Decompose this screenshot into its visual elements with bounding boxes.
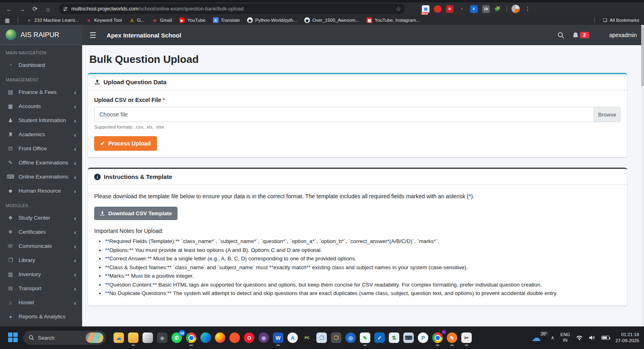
taskbar-app-postgresql[interactable]: P [418,332,428,343]
sidebar-item-communicate[interactable]: ☏Communicate‹ [0,239,82,253]
taskbar-app-pen-app[interactable]: ✎ [447,332,457,343]
sidebar-item-transport[interactable]: ⊟Transport‹ [0,281,82,295]
profile-avatar[interactable] [511,4,520,13]
browser-menu-icon[interactable]: ⋮ [522,4,533,14]
taskbar-app-chrome-dev[interactable] [432,332,443,343]
bookmark-translate[interactable]: ATranslate [213,17,240,23]
taskbar-app-onedrive-folder[interactable]: ☁ [114,332,124,343]
notifications-button[interactable]: 2 [572,32,589,39]
bookmark-over-1500-awesome-favicon: ◉ [304,17,310,23]
sidebar-item-front-office[interactable]: ⊡Front Office‹ [0,141,82,156]
search-icon[interactable] [557,32,564,39]
upload-note: **No Duplicate Questions:** The system w… [105,290,621,296]
upload-note: **Correct Answer:** Must be a single let… [105,256,621,262]
taskbar-app-firefox[interactable] [215,332,225,343]
sidebar-item-study-center[interactable]: ❖Study Center‹ [0,211,82,225]
taskbar-app-opera[interactable]: O [244,332,254,343]
taskbar-app-blue-disc-app[interactable]: ◎ [345,332,356,343]
sidebar-item-offline-examinations[interactable]: ✎Offline Examinations‹ [0,156,82,170]
language-indicator[interactable]: ENGIN [560,332,570,343]
taskbar-app-cube-viewer[interactable]: ❒ [316,332,327,343]
sidebar-item-student-information[interactable]: ♟Student Information‹ [0,113,82,127]
taskbar-app-app-store-a[interactable]: A [287,332,298,343]
file-field-label: Upload CSV or Excel File * [94,97,621,103]
taskbar-app-dark-hex-app[interactable]: ◆ [157,332,167,343]
sidebar-item-hostel[interactable]: ⌂Hostel‹ [0,295,82,310]
taskbar-app-pycharm[interactable]: PC [302,332,312,343]
page-scrollbar[interactable] [641,25,644,326]
weather-widget[interactable]: ☁ 26° [532,332,541,343]
taskbar-app-vscode[interactable]: ✓ [374,332,385,343]
all-bookmarks-button[interactable]: ❏ All Bookmarks [603,17,639,23]
start-button[interactable] [8,332,19,343]
app-navbar: ☰ Apex International School 2 apexadmin [82,25,644,45]
bookmark-g[interactable]: ⚠G... [129,17,145,23]
download-csv-template-button[interactable]: Download CSV Template [94,207,178,220]
process-upload-button[interactable]: ✔ Process Upload [94,136,157,151]
user-menu[interactable]: apexadmin [609,32,637,38]
taskbar-search[interactable]: Search [23,331,106,345]
sidebar-item-accounts[interactable]: ▦Accounts‹ [0,99,82,113]
sidebar-item-dashboard[interactable]: ◔Dashboard [0,58,82,72]
taskbar-app-tor-browser[interactable]: ◉ [258,332,269,343]
forward-icon[interactable]: → [17,4,27,14]
sidebar-item-online-examinations[interactable]: ⌨Online Examinations‹ [0,170,82,184]
sidebar-item-academics[interactable]: ♜Academics‹ [0,127,82,141]
bookmark-youtube-instagram[interactable]: ▥YouTube, Instagram... [367,17,420,23]
taskbar-app-snipping-tool[interactable]: ✂ [461,332,472,343]
bookmark-python-world[interactable]: ◉Python-World/pyth... [247,17,297,23]
ext-f-video[interactable]: F [470,5,478,13]
bookmark-star-icon[interactable]: ☆ [396,6,401,12]
ext-1b-grey[interactable]: 1b [482,5,490,13]
bookmark-210-machine-learning[interactable]: ≡210 Machine Learni... [26,17,79,23]
chevron-left-icon: ‹ [74,285,76,292]
taskbar-app-remote-pc[interactable]: ⌨ [403,332,414,343]
address-bar[interactable]: multischool.projectworlds.com/school/onl… [59,4,405,14]
bookmark-youtube[interactable]: ▶YouTube [179,17,205,23]
tray-expand-icon[interactable]: ∧ [551,335,555,341]
sidebar-item-finance-fees[interactable]: ▤Finance & Fees‹ [0,85,82,99]
sidebar-item-reports-analytics[interactable]: ◕Reports & Analytics [0,310,82,324]
sidebar-item-certificates[interactable]: ✵Certificates‹ [0,225,82,239]
taskbar-app-notes-app[interactable]: ✎ [360,332,370,343]
notification-count-badge: 2 [580,32,589,38]
bookmark-over-1500-awesome[interactable]: ◉Over_1500_Awesom... [304,17,359,23]
clock[interactable]: 01:21:18 27-09-2025 [615,332,639,344]
taskbar-app-file-explorer[interactable] [128,332,138,343]
sidebar-item-library[interactable]: ❐Library‹ [0,253,82,267]
wifi-icon[interactable] [576,335,583,341]
browse-button[interactable]: Browse [594,107,620,122]
apps-grid-icon[interactable]: ▦ [5,17,10,23]
hamburger-menu-icon[interactable]: ☰ [89,31,96,40]
taskbar-app-cube-dark[interactable]: ❒ [331,332,341,343]
reload-icon[interactable]: ⟳ [30,4,40,14]
bookmark-gmail[interactable]: MGmail [152,17,172,23]
upload-note: **Question Content:** Basic HTML tags ar… [105,282,621,288]
taskbar-app-edge[interactable] [200,332,211,343]
extensions-puzzle-icon[interactable]: 🧩 [492,4,503,14]
sidebar-brand[interactable]: AIS RAIPUR [0,25,82,45]
taskbar-app-photos-app[interactable] [142,332,153,343]
ext-idm[interactable]: ◗ [458,5,466,13]
search-highlight-image[interactable] [86,332,103,343]
site-settings-icon[interactable] [63,6,68,12]
home-icon[interactable]: ⌂ [43,4,53,14]
file-input[interactable]: Choose file Browse [94,107,621,122]
back-icon[interactable]: ← [4,4,14,14]
taskbar-app-chrome[interactable] [186,332,196,343]
required-asterisk: * [163,97,165,103]
scrollbar-thumb[interactable] [641,26,644,86]
bookmark-keyword-tool[interactable]: KKeyword Tool [86,17,122,23]
ext-new-tool[interactable]: ▤New [422,5,429,13]
taskbar-app-whatsapp[interactable]: ✆19 [171,332,182,343]
taskbar-app-brave[interactable] [229,332,240,343]
sidebar-item-inventory[interactable]: ▥Inventory‹ [0,267,82,281]
sidebar-item-human-resource[interactable]: ☻Human Resource‹ [0,184,82,198]
ext-d-downloader[interactable]: D [446,5,454,13]
ext-red-circle[interactable] [434,5,442,13]
battery-icon[interactable] [601,336,609,340]
volume-icon[interactable] [589,335,595,341]
sidebar-item-label: Library [19,257,70,263]
taskbar-app-lock-sync[interactable]: ⇅ [389,332,399,343]
taskbar-app-word[interactable]: W [273,332,283,343]
